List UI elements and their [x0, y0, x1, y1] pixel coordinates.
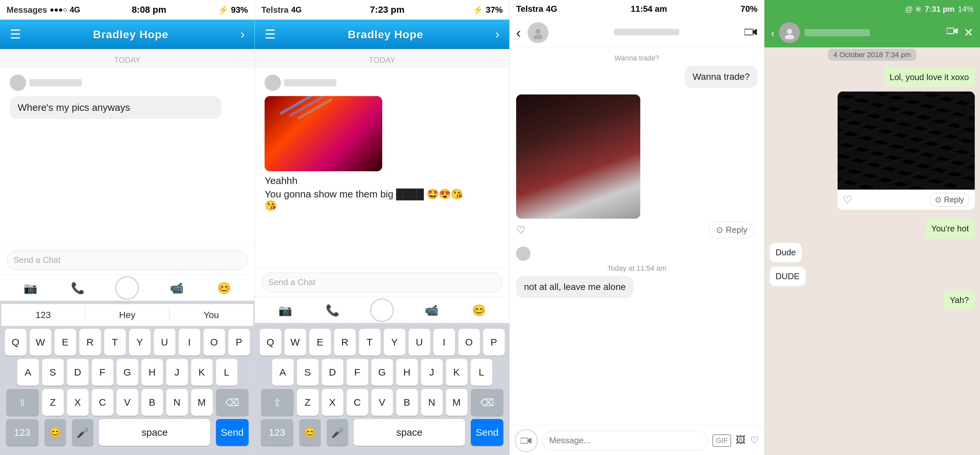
snap-input-area-2[interactable]: Send a Chat: [255, 267, 509, 297]
key2-y[interactable]: Y: [384, 329, 406, 356]
ig-reply-button[interactable]: ⊙ Reply: [709, 222, 754, 238]
key-l[interactable]: L: [216, 359, 237, 386]
key-v[interactable]: V: [117, 389, 138, 416]
key2-f[interactable]: F: [347, 359, 368, 386]
key2-o[interactable]: O: [458, 329, 480, 356]
key-q[interactable]: Q: [5, 329, 27, 356]
key-123[interactable]: 123: [6, 419, 38, 446]
key-a[interactable]: A: [18, 359, 39, 386]
key-shift[interactable]: ⇧: [6, 389, 39, 416]
key-p[interactable]: P: [228, 329, 250, 356]
wa-close-icon[interactable]: ✕: [964, 26, 974, 40]
suggestion-i[interactable]: 123: [1, 310, 85, 320]
key2-d[interactable]: D: [322, 359, 343, 386]
key2-a[interactable]: A: [272, 359, 294, 386]
key2-k[interactable]: K: [446, 359, 468, 386]
ig-like-icon[interactable]: ♡: [750, 434, 759, 447]
ig-input-row[interactable]: GIF 🖼 ♡: [510, 426, 764, 455]
snap-input-1[interactable]: Send a Chat: [6, 251, 248, 270]
emoji-icon-1[interactable]: 😊: [214, 278, 234, 298]
key2-delete[interactable]: ⌫: [471, 389, 503, 416]
key2-w[interactable]: W: [285, 329, 306, 356]
menu-icon-2[interactable]: ☰: [265, 27, 276, 42]
menu-icon-1[interactable]: ☰: [10, 27, 21, 42]
ig-heart-icon[interactable]: ♡: [516, 224, 526, 236]
key2-space[interactable]: space: [354, 419, 465, 446]
key-h[interactable]: H: [142, 359, 163, 386]
phone-icon-2[interactable]: 📞: [323, 300, 342, 320]
key-t[interactable]: T: [104, 329, 126, 356]
ig-message-input[interactable]: [542, 431, 708, 450]
key-mic[interactable]: 🎤: [72, 419, 94, 446]
snap-btn-1[interactable]: [115, 276, 139, 300]
key-i[interactable]: I: [179, 329, 200, 356]
key2-i[interactable]: I: [433, 329, 455, 356]
emoji-icon-2[interactable]: 😊: [469, 300, 489, 320]
wa-back-icon[interactable]: ‹: [771, 27, 775, 39]
wa-reply-button[interactable]: ⊙ Reply: [929, 193, 970, 207]
key-x[interactable]: X: [67, 389, 89, 416]
key-delete[interactable]: ⌫: [216, 389, 248, 416]
ig-gallery-icon[interactable]: 🖼: [736, 434, 745, 447]
key2-r[interactable]: R: [334, 329, 356, 356]
sticker-icon-1[interactable]: 📷: [21, 278, 40, 298]
key2-p[interactable]: P: [483, 329, 505, 356]
key2-c[interactable]: C: [347, 389, 368, 416]
snap-input-area-1[interactable]: Send a Chat: [0, 245, 255, 275]
key2-x[interactable]: X: [322, 389, 343, 416]
key2-n[interactable]: N: [421, 389, 442, 416]
sticker-icon-2[interactable]: 📷: [275, 300, 295, 320]
snap-btn-2[interactable]: [370, 299, 394, 322]
arrow-icon-1[interactable]: ›: [240, 27, 245, 42]
key-d[interactable]: D: [67, 359, 89, 386]
key2-m[interactable]: M: [446, 389, 468, 416]
key-m[interactable]: M: [191, 389, 213, 416]
key-k[interactable]: K: [191, 359, 213, 386]
key2-z[interactable]: Z: [297, 389, 318, 416]
key-f[interactable]: F: [92, 359, 113, 386]
arrow-icon-2[interactable]: ›: [495, 27, 500, 42]
key-z[interactable]: Z: [42, 389, 64, 416]
ig-video-call-icon[interactable]: [745, 26, 757, 40]
key-send-2[interactable]: Send: [471, 419, 503, 446]
key2-j[interactable]: J: [421, 359, 442, 386]
ig-gif-button[interactable]: GIF: [713, 434, 731, 447]
key-emoji[interactable]: 😊: [45, 419, 66, 446]
key-n[interactable]: N: [166, 389, 188, 416]
phone-icon-1[interactable]: 📞: [68, 278, 88, 298]
key2-u[interactable]: U: [409, 329, 430, 356]
key-e[interactable]: E: [54, 329, 76, 356]
key2-b[interactable]: B: [396, 389, 418, 416]
snap-input-2[interactable]: Send a Chat: [261, 273, 503, 292]
key-y[interactable]: Y: [129, 329, 151, 356]
key2-l[interactable]: L: [471, 359, 492, 386]
wa-heart-icon[interactable]: ♡: [843, 193, 852, 206]
key-s[interactable]: S: [42, 359, 64, 386]
key2-shift[interactable]: ⇧: [261, 389, 294, 416]
key-w[interactable]: W: [30, 329, 51, 356]
key2-123[interactable]: 123: [261, 419, 293, 446]
key-u[interactable]: U: [154, 329, 175, 356]
ig-camera-button[interactable]: [515, 429, 538, 452]
key2-t[interactable]: T: [359, 329, 380, 356]
key-o[interactable]: O: [204, 329, 225, 356]
key2-e[interactable]: E: [309, 329, 331, 356]
suggestion-hey[interactable]: Hey: [85, 310, 169, 320]
key2-q[interactable]: Q: [260, 329, 281, 356]
key-c[interactable]: C: [92, 389, 113, 416]
key2-emoji[interactable]: 😊: [299, 419, 321, 446]
key2-v[interactable]: V: [371, 389, 393, 416]
key2-s[interactable]: S: [297, 359, 318, 386]
key2-mic[interactable]: 🎤: [327, 419, 348, 446]
key2-h[interactable]: H: [396, 359, 418, 386]
key-b[interactable]: B: [142, 389, 163, 416]
video-icon-2[interactable]: 📹: [422, 300, 441, 320]
video-icon-1[interactable]: 📹: [167, 278, 186, 298]
ig-back-icon[interactable]: ‹: [516, 24, 521, 41]
key2-g[interactable]: G: [371, 359, 393, 386]
key-g[interactable]: G: [117, 359, 138, 386]
key-j[interactable]: J: [166, 359, 188, 386]
key-r[interactable]: R: [80, 329, 101, 356]
suggestion-you[interactable]: You: [170, 310, 253, 320]
key-space[interactable]: space: [99, 419, 210, 446]
